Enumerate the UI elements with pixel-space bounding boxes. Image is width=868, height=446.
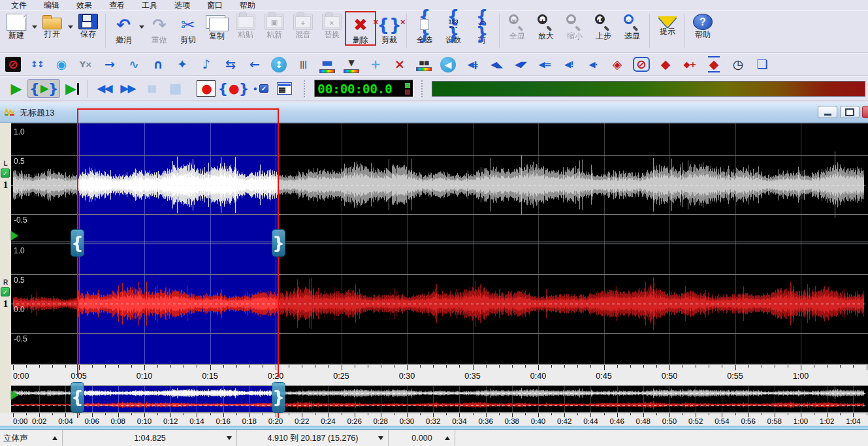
match-volume-button[interactable]: ◀=: [536, 56, 553, 74]
status-selection-range[interactable]: 4.910 到 20.187 (15.276): [238, 430, 388, 446]
zoom-in-button[interactable]: +放大: [532, 12, 560, 40]
open-dropdown[interactable]: [67, 12, 74, 44]
comment-button[interactable]: ❏: [754, 56, 771, 74]
axis-label: 0:35: [464, 372, 480, 381]
flip-button[interactable]: ←: [246, 56, 263, 74]
play-button[interactable]: ▶: [4, 79, 27, 99]
show-all-button[interactable]: ×全显: [503, 12, 532, 40]
menu-effects[interactable]: 效果: [68, 0, 101, 10]
mechanize-button[interactable]: ✦: [174, 56, 191, 74]
status-position[interactable]: 0.000: [389, 430, 455, 446]
split-button[interactable]: +: [367, 56, 384, 74]
max-volume-button[interactable]: ◀!: [560, 56, 577, 74]
cut-button[interactable]: ✂剪切: [174, 12, 202, 44]
hint-button[interactable]: 提示: [653, 12, 682, 36]
mechanize-icon: ✦: [177, 58, 187, 71]
new-dropdown[interactable]: [31, 12, 38, 44]
mix-button[interactable]: +混音: [289, 12, 317, 39]
selection-end-handle-overview[interactable]: }: [272, 382, 285, 413]
reverse-button[interactable]: ∩: [150, 56, 167, 74]
axis-tick: [788, 413, 788, 415]
doppler-button[interactable]: ∿: [125, 56, 142, 74]
copy-button[interactable]: 复制: [202, 12, 231, 40]
fade-in-button[interactable]: ◀◣: [488, 56, 505, 74]
axis-tick: [328, 365, 329, 368]
echo-button[interactable]: ◆: [657, 56, 674, 74]
censor-button[interactable]: ⊘: [633, 56, 650, 74]
offset-button[interactable]: →: [101, 56, 118, 74]
menu-tools[interactable]: 工具: [133, 0, 166, 10]
pitch-button[interactable]: ◉: [53, 56, 70, 74]
voice-over-button[interactable]: ◀·: [585, 56, 602, 74]
selection-end-handle[interactable]: }: [272, 229, 285, 257]
restore-button[interactable]: [840, 106, 860, 118]
minimize-button[interactable]: [818, 106, 837, 118]
waveform-overview[interactable]: [11, 385, 868, 413]
open-button[interactable]: 打开: [38, 12, 67, 39]
selection-start-handle-overview[interactable]: {: [71, 382, 84, 413]
document-titlebar[interactable]: 无标题13: [0, 103, 868, 123]
replace-button[interactable]: ×替换: [317, 12, 346, 39]
monitor-button[interactable]: ●: [249, 79, 272, 99]
stop-button[interactable]: ■: [163, 79, 186, 99]
select-all-button[interactable]: { }全选: [410, 12, 439, 44]
notation-button[interactable]: ♪: [198, 56, 215, 74]
zoom-previous-button[interactable]: ↺上步: [589, 12, 618, 40]
fast-forward-button[interactable]: ▶▶: [116, 79, 139, 99]
paste-button[interactable]: 粘贴: [231, 12, 260, 39]
help-button[interactable]: 帮助: [688, 12, 717, 39]
timewarp-button[interactable]: ◷: [730, 56, 747, 74]
swap-channels-button[interactable]: ⇆: [222, 56, 239, 74]
channel-r-enable-checkbox[interactable]: [1, 287, 10, 296]
play-selection-button[interactable]: ▶: [27, 79, 60, 99]
reverb-button[interactable]: ◆: [705, 56, 722, 74]
play-all-button[interactable]: ▶: [60, 79, 84, 99]
zoom-out-button[interactable]: −缩小: [560, 12, 589, 40]
fade-out-button[interactable]: ◀◤: [512, 56, 529, 74]
invert-button[interactable]: ↕: [270, 56, 287, 74]
noise-reduction-button[interactable]: ×: [391, 56, 408, 74]
equalizer-button[interactable]: |||: [295, 56, 312, 74]
status-channel-mode[interactable]: 立体声: [0, 430, 62, 446]
undo-dropdown[interactable]: [138, 12, 145, 44]
save-button[interactable]: 保存: [74, 12, 103, 39]
shape-volume-button[interactable]: ◈: [609, 56, 626, 74]
undo-button[interactable]: ↶撤消: [109, 12, 138, 44]
menu-view[interactable]: 查看: [101, 0, 133, 10]
menu-window[interactable]: 窗口: [199, 0, 231, 10]
close-button[interactable]: [862, 106, 868, 118]
record-selection-button[interactable]: ●: [217, 79, 249, 99]
rewind-button[interactable]: ◀◀: [92, 79, 116, 99]
paste-new-button[interactable]: ▣粘新: [260, 12, 289, 39]
new-button[interactable]: 新建: [2, 12, 31, 40]
status-total-duration[interactable]: 1:04.825: [63, 430, 236, 446]
crossfade-button[interactable]: Y×: [77, 56, 94, 74]
control-properties-button[interactable]: [272, 79, 296, 99]
volume-button[interactable]: ◀ǂ: [464, 56, 481, 74]
trim-button[interactable]: {}剪裁: [375, 12, 404, 44]
zoom-selection-button[interactable]: ○选显: [618, 12, 647, 40]
axis-label: 0:04: [58, 417, 72, 425]
noise-gate-button[interactable]: ⊘: [5, 56, 22, 74]
record-button[interactable]: ●: [194, 79, 217, 99]
channel-l-enable-checkbox[interactable]: [1, 168, 10, 178]
menu-help[interactable]: 帮助: [231, 0, 264, 10]
selection-start-handle[interactable]: {: [71, 229, 84, 257]
flange-button[interactable]: ◆+: [681, 56, 698, 74]
axis-tick: [394, 413, 394, 415]
volume-shape-button[interactable]: ▬: [319, 56, 336, 74]
delete-button[interactable]: ✖删除: [346, 12, 375, 44]
menu-edit[interactable]: 编辑: [35, 0, 68, 10]
spectrum-filter-button[interactable]: ▾: [343, 56, 360, 74]
previous-button[interactable]: { }前: [468, 12, 496, 44]
menu-file[interactable]: 文件: [3, 0, 35, 10]
adjust-button[interactable]: ↕↕: [29, 56, 46, 74]
waveform-main-view[interactable]: [11, 123, 868, 364]
channel-r-label: R: [0, 279, 11, 286]
pause-button[interactable]: ▮▮: [139, 79, 163, 99]
speaker-button[interactable]: ◀: [440, 56, 457, 74]
spectrum-button[interactable]: ▪▪: [415, 56, 432, 74]
set-selection-button[interactable]: { }设数: [439, 12, 468, 44]
redo-button[interactable]: ↷重做: [145, 12, 174, 44]
menu-options[interactable]: 选项: [166, 0, 199, 10]
